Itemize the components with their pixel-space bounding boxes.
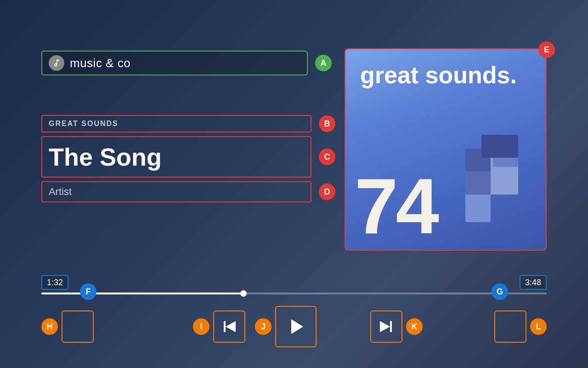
badge-l: L (530, 318, 547, 335)
svg-rect-6 (504, 320, 517, 333)
progress-area[interactable] (41, 293, 547, 294)
badge-i: I (193, 318, 209, 335)
album-number: 74 (355, 167, 437, 245)
progress-fill (41, 293, 243, 294)
prev-control-group: I (193, 310, 245, 343)
svg-marker-2 (226, 321, 236, 332)
svg-marker-5 (380, 321, 390, 332)
artist-name: Artist (49, 186, 72, 197)
badge-h: H (41, 318, 58, 335)
album-art-title: great sounds. (360, 62, 531, 88)
left-control-group: H (41, 310, 94, 343)
badge-a: A (315, 55, 332, 71)
play-control-group: J (255, 306, 317, 347)
deco-block-6 (481, 135, 518, 158)
search-box[interactable]: music & co (41, 51, 308, 75)
music-icon (49, 55, 64, 71)
svg-marker-1 (224, 321, 226, 332)
right-control-group: L (494, 310, 547, 343)
right-extra-button[interactable] (494, 310, 526, 343)
artist-row: Artist D (41, 181, 335, 202)
time-start: 1:32 (41, 278, 68, 288)
badge-g: G (492, 283, 508, 300)
search-bar: music & co A (41, 51, 332, 75)
artist-box: Artist (41, 181, 311, 202)
album-art-inner: great sounds. 74 (345, 49, 546, 250)
album-label-box: GREAT SOUNDS (41, 115, 311, 132)
badge-k: K (406, 318, 423, 335)
album-art: great sounds. 74 (345, 48, 547, 251)
badge-e: E (538, 41, 555, 58)
badge-g-container: G (492, 283, 508, 300)
next-control-group: K (370, 310, 423, 343)
song-title: The Song (49, 143, 162, 171)
album-label: GREAT SOUNDS (49, 120, 119, 127)
badge-b: B (319, 115, 335, 132)
progress-thumb[interactable] (240, 290, 247, 297)
badge-e-container: E (538, 41, 555, 58)
left-extra-button[interactable] (62, 310, 94, 343)
svg-marker-4 (390, 321, 392, 332)
time-total: 3:48 (520, 275, 547, 290)
badge-j: J (255, 318, 271, 335)
app-title: music & co (70, 56, 130, 70)
progress-track[interactable] (41, 293, 547, 294)
badge-f-container: F (80, 283, 96, 300)
song-title-box: The Song (41, 136, 311, 178)
time-current: 1:32 (41, 275, 68, 290)
time-end: 3:48 (520, 278, 547, 288)
svg-rect-0 (71, 320, 84, 333)
next-button[interactable] (370, 310, 402, 343)
play-button[interactable] (275, 306, 317, 347)
prev-button[interactable] (213, 310, 245, 343)
badge-d: D (319, 184, 335, 200)
album-label-row: GREAT SOUNDS B (41, 115, 335, 132)
song-title-row: The Song C (41, 136, 335, 178)
svg-marker-3 (291, 319, 303, 334)
badge-c: C (319, 149, 335, 165)
info-section: GREAT SOUNDS B The Song C Artist D (41, 115, 335, 202)
badge-f: F (80, 283, 96, 300)
